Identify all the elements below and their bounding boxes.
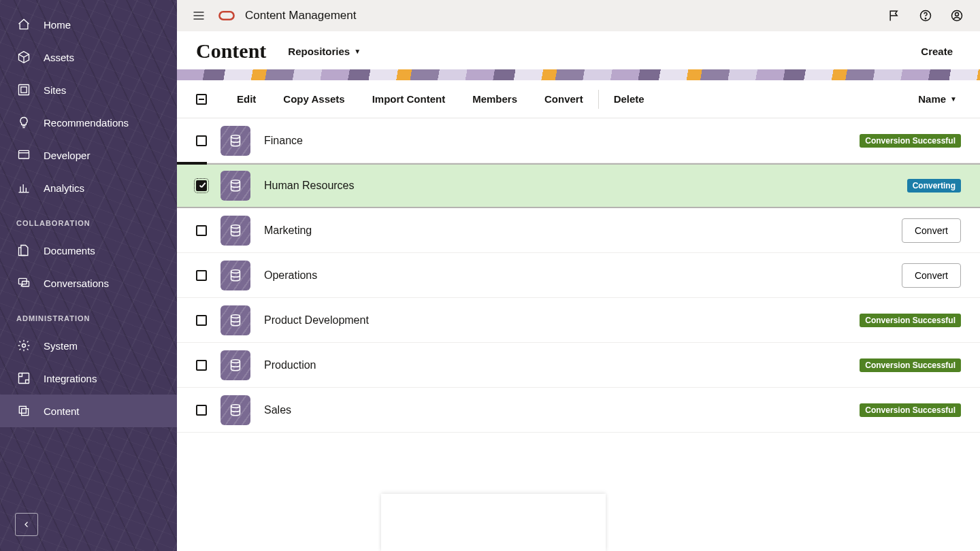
svg-point-19 (231, 359, 240, 363)
repositories-dropdown[interactable]: Repositories ▼ (288, 46, 361, 57)
sidebar-item-documents[interactable]: Documents (0, 234, 177, 267)
topbar: Content Management (177, 0, 980, 31)
assets-icon (16, 50, 31, 65)
integrations-icon (16, 371, 31, 386)
select-all-checkbox[interactable] (196, 94, 207, 105)
sidebar-item-recommendations[interactable]: Recommendations (0, 106, 177, 139)
caret-down-icon: ▼ (950, 95, 957, 103)
row-checkbox[interactable] (196, 135, 207, 146)
svg-rect-9 (219, 12, 233, 19)
svg-rect-7 (19, 406, 26, 413)
sidebar-section-collaboration: COLLABORATION (0, 204, 177, 234)
repository-name: Finance (264, 135, 846, 147)
collapse-sidebar-button[interactable] (15, 513, 38, 536)
sidebar-item-conversations[interactable]: Conversations (0, 267, 177, 299)
sidebar-item-system[interactable]: System (0, 329, 177, 362)
status-badge: Conversion Successful (860, 358, 961, 372)
sidebar-item-sites[interactable]: Sites (0, 73, 177, 106)
help-button[interactable] (915, 5, 936, 27)
conversations-icon (16, 276, 31, 290)
toolbar-members[interactable]: Members (459, 93, 531, 105)
sort-dropdown[interactable]: Name ▼ (918, 93, 961, 105)
toolbar-edit[interactable]: Edit (223, 93, 270, 105)
table-row[interactable]: Product DevelopmentConversion Successful (177, 298, 980, 343)
row-checkbox[interactable] (196, 180, 207, 191)
row-actions: Conversion Successful (860, 314, 961, 327)
create-button[interactable]: Create (921, 46, 961, 57)
repository-name: Product Development (264, 314, 846, 327)
convert-button[interactable]: Convert (902, 263, 961, 288)
row-actions: Convert (902, 218, 961, 243)
table-row[interactable]: FinanceConversion Successful (177, 118, 980, 163)
toolbar-delete[interactable]: Delete (600, 93, 658, 105)
table-row[interactable]: SalesConversion Successful (177, 388, 980, 433)
decorative-banner (177, 69, 980, 80)
sidebar-item-developer[interactable]: Developer (0, 139, 177, 171)
convert-button[interactable]: Convert (902, 218, 961, 243)
menu-toggle-button[interactable] (189, 6, 208, 25)
sites-icon (16, 82, 31, 97)
table-row[interactable]: OperationsConvert (177, 253, 980, 298)
sidebar-section-administration: ADMINISTRATION (0, 299, 177, 329)
repositories-dropdown-label: Repositories (288, 46, 350, 57)
repository-name: Operations (264, 269, 888, 282)
svg-rect-1 (21, 87, 27, 93)
documents-icon (16, 243, 31, 258)
sidebar-item-content[interactable]: Content (0, 395, 177, 427)
svg-point-17 (231, 269, 240, 273)
row-checkbox[interactable] (196, 405, 207, 416)
user-menu-button[interactable] (946, 5, 968, 27)
svg-point-16 (231, 224, 240, 228)
status-badge: Conversion Successful (860, 403, 961, 417)
database-icon (220, 216, 250, 246)
toolbar-copy-assets[interactable]: Copy Assets (270, 93, 358, 105)
help-icon (919, 9, 932, 22)
sidebar-item-analytics[interactable]: Analytics (0, 171, 177, 204)
row-checkbox[interactable] (196, 225, 207, 236)
table-row[interactable]: MarketingConvert (177, 208, 980, 253)
database-icon (220, 171, 250, 201)
row-checkbox[interactable] (196, 360, 207, 371)
sidebar-item-label: Conversations (44, 278, 109, 289)
row-actions: Conversion Successful (860, 403, 961, 417)
footer-panel (381, 494, 606, 551)
hamburger-icon (192, 9, 206, 22)
svg-rect-0 (19, 85, 29, 95)
sidebar-item-home[interactable]: Home (0, 8, 177, 41)
home-icon (16, 17, 31, 32)
table-row[interactable]: Human ResourcesConverting (177, 163, 980, 208)
table-row[interactable]: ProductionConversion Successful (177, 343, 980, 388)
toolbar-import-content[interactable]: Import Content (359, 93, 459, 105)
svg-point-15 (231, 180, 240, 184)
row-checkbox[interactable] (196, 315, 207, 326)
svg-rect-6 (19, 373, 29, 384)
repository-list: FinanceConversion SuccessfulHuman Resour… (177, 118, 980, 551)
database-icon (220, 126, 250, 156)
sidebar-item-label: Sites (44, 84, 66, 96)
svg-rect-8 (22, 409, 29, 416)
database-icon (220, 305, 250, 335)
sidebar-item-label: Recommendations (44, 117, 129, 129)
svg-point-18 (231, 314, 240, 318)
toolbar-convert[interactable]: Convert (531, 93, 597, 105)
bulb-icon (16, 115, 31, 130)
user-icon (950, 9, 964, 22)
flag-icon (887, 9, 901, 22)
announcements-button[interactable] (883, 5, 905, 27)
chevron-left-icon (22, 520, 31, 529)
sidebar-main-section: Home Assets Sites Recommendations Develo (0, 0, 177, 204)
svg-point-13 (956, 12, 959, 16)
sidebar-item-label: Developer (44, 150, 90, 161)
sidebar-item-label: Documents (44, 245, 95, 256)
page-header: Content Repositories ▼ Create (177, 31, 980, 69)
row-checkbox[interactable] (196, 270, 207, 281)
status-badge: Conversion Successful (860, 134, 961, 148)
toolbar: Edit Copy Assets Import Content Members … (177, 80, 980, 118)
svg-point-5 (22, 344, 26, 348)
sidebar-item-label: Assets (44, 52, 74, 63)
sidebar-item-assets[interactable]: Assets (0, 41, 177, 73)
database-icon (220, 261, 250, 290)
sidebar-item-integrations[interactable]: Integrations (0, 362, 177, 395)
row-actions: Conversion Successful (860, 358, 961, 372)
svg-point-11 (925, 18, 926, 19)
